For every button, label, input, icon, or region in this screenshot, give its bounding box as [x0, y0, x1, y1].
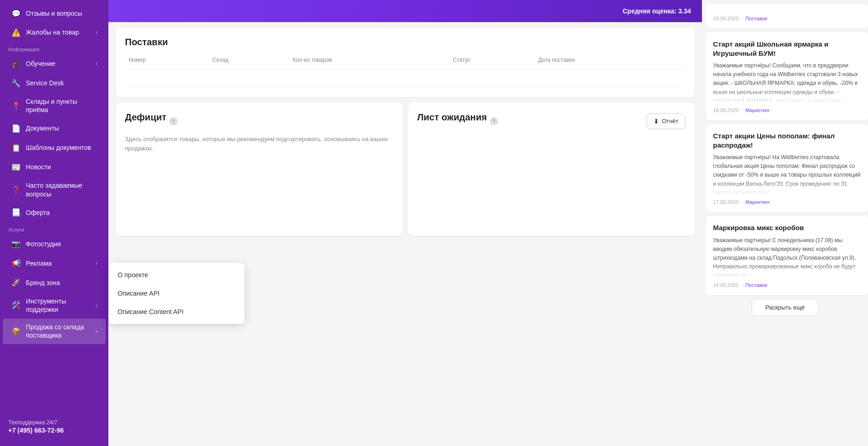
- col-quantity: Кол-во товаров: [289, 55, 449, 69]
- support-tools-icon: 🛠️: [11, 300, 21, 310]
- deficit-title-left: Дефицит ?: [125, 112, 178, 130]
- sidebar-item-label: Шаблоны документов: [26, 143, 97, 152]
- waiting-list-title-row: Лист ожидания ? ⬇ Отчёт: [417, 112, 686, 130]
- sidebar-item-complaints[interactable]: ⚠️ Жалобы на товар ›: [3, 23, 106, 42]
- content-area: Средняя оценка: 3.34 Поставки Номер Скла…: [108, 0, 868, 446]
- news-meta: 19.08.2020 · Поставки: [713, 16, 767, 21]
- sidebar-item-label: Фотостудия: [26, 240, 97, 248]
- sidebar-item-photostudio[interactable]: 📷 Фотостудия: [3, 235, 106, 253]
- sidebar-item-news[interactable]: 📰 Новости: [3, 158, 106, 176]
- news-tag: Поставки: [745, 16, 767, 21]
- expand-button[interactable]: Раскрыть ещё: [752, 299, 818, 316]
- news-body: Уважаемые партнеры! С понедельника (17.0…: [713, 236, 861, 278]
- brandzone-icon: 🚀: [11, 278, 21, 288]
- rating-text: Средняя оценка: 3.34: [623, 7, 691, 15]
- chevron-right-icon: ›: [95, 60, 97, 67]
- sidebar-item-offer[interactable]: 📃 Оферта: [3, 203, 106, 222]
- news-date: 18.08.2020: [713, 107, 738, 113]
- chevron-right-icon: ›: [95, 29, 97, 36]
- waiting-list-title: Лист ожидания: [417, 112, 487, 123]
- chevron-right-icon: ›: [95, 328, 97, 334]
- dot-separator: ·: [741, 282, 743, 288]
- sidebar-item-reviews[interactable]: 💬 Отзывы и вопросы: [3, 4, 106, 23]
- deficit-title: Дефицит: [125, 112, 166, 123]
- supplies-title: Поставки: [125, 37, 685, 48]
- news-item: Старт акций Школьная ярмарка и Игрушечны…: [706, 32, 868, 120]
- sidebar-item-seller-warehouse[interactable]: 📦 Продажа со склада поставщика ›: [3, 319, 106, 344]
- news-title: Старт акций Школьная ярмарка и Игрушечны…: [713, 40, 861, 58]
- dropdown-item-content-api[interactable]: Описание Content API: [108, 303, 244, 321]
- sidebar-item-ads[interactable]: 📢 Реклама ›: [3, 254, 106, 273]
- deficit-title-row: Дефицит ?: [125, 112, 393, 130]
- news-tag: Маркетинг: [745, 199, 770, 205]
- photostudio-icon: 📷: [11, 239, 21, 249]
- ads-icon: 📢: [11, 258, 21, 268]
- templates-icon: 📋: [11, 143, 21, 153]
- sidebar-item-label: Часто задаваемые вопросы: [26, 181, 97, 198]
- col-number: Номер: [125, 55, 208, 69]
- news-icon: 📰: [11, 162, 21, 172]
- news-date: 17.08.2020: [713, 199, 738, 205]
- sidebar-item-servicedesk[interactable]: 🔧 Service Desk: [3, 74, 106, 92]
- offer-icon: 📃: [11, 208, 21, 218]
- news-item: Маркировка микс коробов Уважаемые партне…: [706, 216, 868, 295]
- chevron-right-icon: ›: [95, 302, 97, 309]
- sidebar-section-services: Услуги: [0, 222, 108, 234]
- sidebar-item-training[interactable]: 🎓 Обучение ›: [3, 54, 106, 73]
- sidebar-item-label: Склады и пункты приёма: [26, 97, 97, 114]
- chevron-right-icon: ›: [95, 260, 97, 267]
- sidebar-item-faq[interactable]: ❓ Часто задаваемые вопросы: [3, 177, 106, 202]
- waiting-list-help-icon[interactable]: ?: [490, 117, 498, 125]
- sidebar-item-label: Обучение: [26, 59, 95, 68]
- news-title: Старт акции Цены пополам: финал распрода…: [713, 131, 861, 149]
- rating-banner: Средняя оценка: 3.34: [108, 0, 702, 22]
- dot-separator: ·: [741, 16, 743, 21]
- col-status: Статус: [449, 55, 535, 69]
- deficit-description: Здесь отобразятся товары, которые мы рек…: [125, 135, 393, 153]
- news-tag: Маркетинг: [745, 107, 770, 113]
- sidebar-item-documents[interactable]: 📄 Документы: [3, 119, 106, 137]
- reviews-icon: 💬: [11, 8, 21, 18]
- report-button[interactable]: ⬇ Отчёт: [647, 113, 685, 129]
- news-meta: 14.08.2020 · Поставки: [713, 282, 861, 288]
- news-body: Уважаемые партнёры! Сообщаем, что в пред…: [713, 61, 861, 103]
- sidebar-item-label: Реклама: [26, 259, 95, 268]
- right-panel: 19.08.2020 · Поставки Старт акций Школьн…: [702, 0, 868, 446]
- tech-support: Техподдержка 24/7 +7 (495) 663-72-96: [0, 412, 108, 441]
- tech-support-label: Техподдержка 24/7: [8, 419, 100, 426]
- dropdown-item-about[interactable]: О проекте: [108, 266, 244, 284]
- warehouses-icon: 📍: [11, 101, 21, 111]
- news-item: 19.08.2020 · Поставки: [706, 4, 868, 29]
- dropdown-menu: О проекте Описание API Описание Content …: [108, 263, 244, 324]
- sidebar-item-label: Service Desk: [26, 79, 97, 87]
- sidebar-item-warehouses[interactable]: 📍 Склады и пункты приёма: [3, 93, 106, 118]
- sidebar: 💬 Отзывы и вопросы ⚠️ Жалобы на товар › …: [0, 0, 108, 446]
- servicedesk-icon: 🔧: [11, 78, 21, 88]
- news-meta: 17.08.2020 · Маркетинг: [713, 199, 861, 205]
- dropdown-item-api[interactable]: Описание API: [108, 284, 244, 303]
- news-title: Маркировка микс коробов: [713, 223, 861, 232]
- center-panel: Средняя оценка: 3.34 Поставки Номер Скла…: [108, 0, 702, 446]
- sidebar-item-support-tools[interactable]: 🛠️ Инструменты поддержки ›: [3, 293, 106, 318]
- waiting-list-section: Лист ожидания ? ⬇ Отчёт: [408, 103, 695, 236]
- sidebar-section-information: Информация: [0, 42, 108, 54]
- sidebar-item-label: Жалобы на товар: [26, 28, 95, 36]
- deficit-help-icon[interactable]: ?: [169, 117, 178, 125]
- sidebar-item-label: Новости: [26, 163, 97, 171]
- dot-separator: ·: [741, 107, 743, 113]
- main-content: Средняя оценка: 3.34 Поставки Номер Скла…: [108, 0, 868, 446]
- complaints-icon: ⚠️: [11, 27, 21, 37]
- sidebar-item-brandzone[interactable]: 🚀 Бренд зона: [3, 274, 106, 292]
- tech-support-phone: +7 (495) 663-72-96: [8, 427, 100, 434]
- news-meta: 18.08.2020 · Маркетинг: [713, 107, 861, 113]
- news-body: Уважаемые партнёры! На Wildberries старт…: [713, 153, 861, 195]
- report-button-label: Отчёт: [662, 118, 678, 125]
- col-date: Дата поставки: [535, 55, 685, 69]
- sidebar-item-templates[interactable]: 📋 Шаблоны документов: [3, 138, 106, 157]
- sidebar-item-label: Отзывы и вопросы: [26, 9, 97, 18]
- training-icon: 🎓: [11, 59, 21, 69]
- news-tag: Поставки: [745, 282, 767, 288]
- sidebar-item-label: Инструменты поддержки: [26, 297, 95, 314]
- waiting-list-title-left: Лист ожидания ?: [417, 112, 498, 130]
- news-date: 19.08.2020: [713, 16, 738, 21]
